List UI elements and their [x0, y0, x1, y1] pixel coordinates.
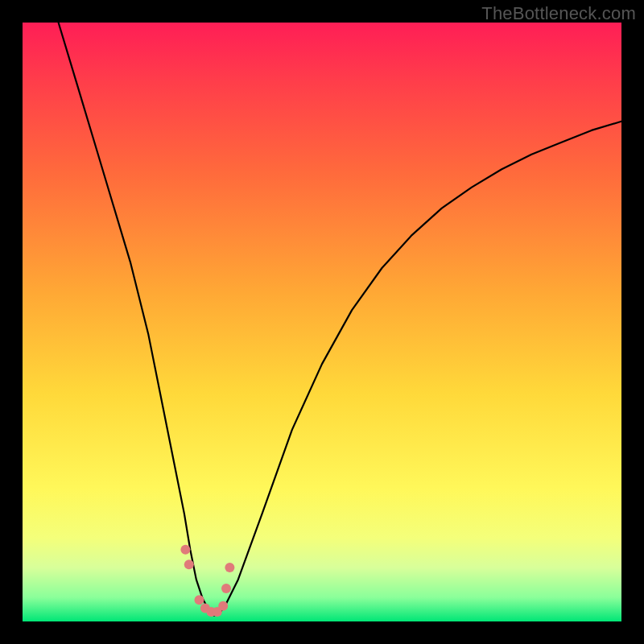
highlight-marker — [195, 595, 204, 605]
bottleneck-curve — [59, 23, 621, 616]
highlight-marker — [225, 563, 234, 572]
watermark-text: TheBottleneck.com — [481, 3, 636, 24]
outer-frame: TheBottleneck.com — [0, 0, 644, 644]
highlight-marker — [221, 584, 231, 593]
highlight-marker — [218, 601, 228, 611]
curve-svg — [23, 23, 621, 621]
highlight-marker — [180, 545, 190, 555]
highlight-marker — [184, 559, 194, 569]
plot-area — [23, 23, 621, 621]
marker-group — [180, 545, 234, 617]
